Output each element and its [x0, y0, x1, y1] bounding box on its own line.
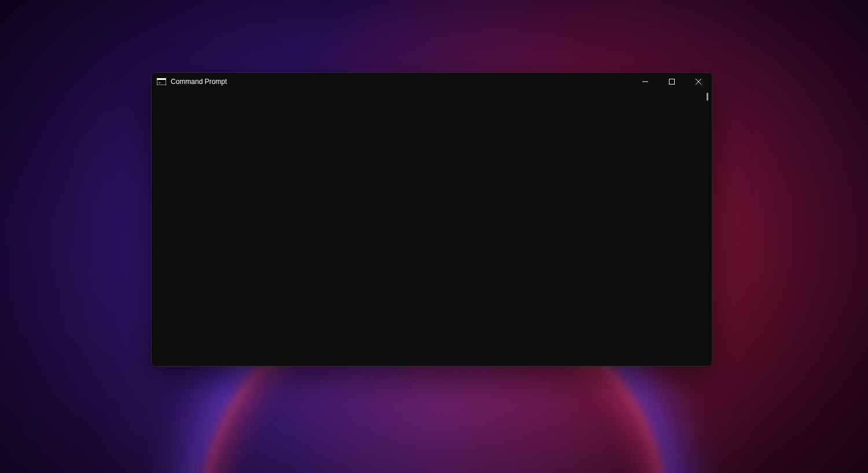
- minimize-button[interactable]: [632, 73, 659, 90]
- svg-text:>_: >_: [159, 80, 163, 85]
- svg-rect-4: [670, 79, 675, 85]
- vertical-scrollbar[interactable]: [704, 90, 712, 366]
- client-area: [152, 90, 712, 366]
- titlebar-left: >_ Command Prompt: [152, 78, 632, 86]
- terminal-output[interactable]: [152, 90, 704, 366]
- command-prompt-window: >_ Command Prompt: [151, 72, 712, 366]
- titlebar[interactable]: >_ Command Prompt: [152, 73, 712, 90]
- scrollbar-thumb[interactable]: [707, 93, 708, 101]
- close-button[interactable]: [685, 73, 712, 90]
- window-controls: [632, 73, 712, 90]
- maximize-button[interactable]: [659, 73, 685, 90]
- cmd-icon: >_: [157, 78, 166, 86]
- window-title: Command Prompt: [171, 78, 227, 86]
